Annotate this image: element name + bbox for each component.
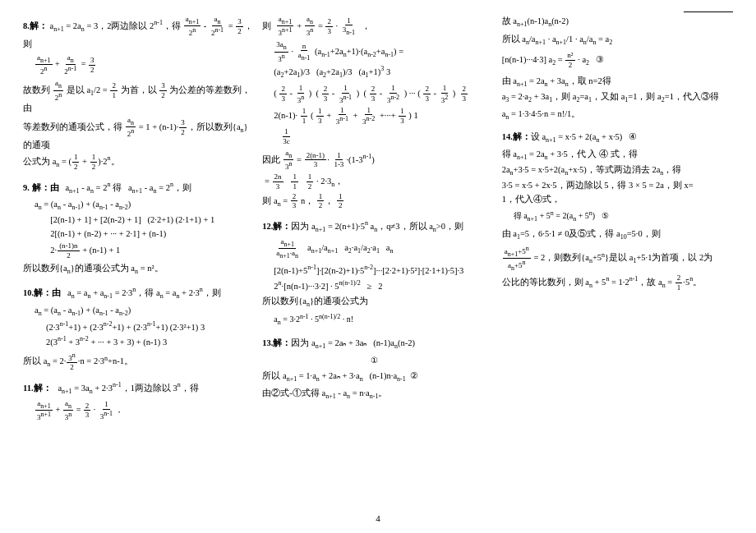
prob14-line2: 得 an+1 = 2an + 3·5，代 入 ④ 式，得 <box>502 148 733 163</box>
prob9-title: 9. 解：由 an+1 - an = 2n 得 an+1 - an = 2n，则 <box>23 180 254 196</box>
prob13-formula1: ① <box>274 354 493 367</box>
prob12-conclusion1: 所以数列{an}的通项公式为 <box>262 295 493 310</box>
p11c-formula: 3an3n · nan-1 (an-1+2an+1)·(an-2+an-1) =… <box>274 40 493 146</box>
right-column: 故 an+1(n-1)an(n-2) 所以 an/an+1 · an+1/1 ·… <box>502 15 733 430</box>
prob10-title: 10.解：由 an = an + an-1 = 2·3n，得 an = an +… <box>23 285 254 301</box>
p11f-conclusion: an = 1·3·4·5·n = n!/1。 <box>502 108 733 122</box>
prob13-conclusion: 由②式-①式得 an+1 - an = n·an-1。 <box>262 387 493 402</box>
prob11-title: 11.解： an+1 = 3an + 2·3n-1，1两边除以 3n，得 <box>23 380 254 397</box>
content-area: 8.解： an+1 = 2an = 3，2两边除以 2n-1，得 an+12n … <box>23 15 733 430</box>
prob8-line3: 等差数列的通项公式，得 an2n = 1 + (n-1)·32，所以数列{an}… <box>23 116 254 152</box>
middle-column: 则 an+13n+1 + an3n = 23 · 13n-1 ， 3an3n ·… <box>262 15 493 430</box>
problem-11-far: 故 an+1(n-1)an(n-2) 所以 an/an+1 · an+1/1 ·… <box>502 15 733 122</box>
problem-11: 11.解： an+1 = 3an + 2·3n-1，1两边除以 3n，得 an+… <box>23 380 254 422</box>
problem-12: 12.解：因为 an+1 = 2(n+1)·5n an，q≠3，所以 an>0，… <box>262 218 493 329</box>
prob12-conclusion2: an = 3·2n-1 · 5n(n-1)/2 · n! <box>274 312 493 329</box>
p11f-line1: 故 an+1(n-1)an(n-2) <box>502 15 733 30</box>
prob14-title: 14.解：设 an+1 = x·5 + 2(an + x·5) ④ <box>502 131 733 145</box>
prob9-conclusion: 所以数列{an}的通项公式为 an = n²。 <box>23 262 254 277</box>
p11f-line3: 由 an+1 = 2an + 3an，取 n=2得 <box>502 75 733 90</box>
page-number: 4 <box>376 513 380 523</box>
prob11-formula: an+13n+1 + an3n = 23 · 13n-1， <box>35 399 254 422</box>
p11c-conclusion3: 则 an = 23 n， 12， 12 <box>262 192 493 211</box>
p11c-conclusion2: = 2n3 11 12 · 2·3n， <box>262 172 493 191</box>
problem-9: 9. 解：由 an+1 - an = 2n 得 an+1 - an = 2n，则… <box>23 180 254 278</box>
p11f-formula: [n(n-1)···4·3] a2 = n²2 · a2 ③ <box>502 51 733 70</box>
prob12-title: 12.解：因为 an+1 = 2(n+1)·5n an，q≠3，所以 an>0，… <box>262 218 493 235</box>
problem-10: 10.解：由 an = an + an-1 = 2·3n，得 an = an +… <box>23 285 254 372</box>
problem-11-cont: 则 an+13n+1 + an3n = 23 · 13n-1 ， 3an3n ·… <box>262 15 493 210</box>
prob8-line4: 公式为 an = (12 + 12)·2n。 <box>23 153 254 172</box>
prob8-formula1: an+12n + an2n-1 = 32 <box>35 53 254 76</box>
prob14-line3: 2an+3·5 = x·5+2(an+x·5)，等式两边消去 2an，得 <box>502 163 733 178</box>
left-column: 8.解： an+1 = 2an = 3，2两边除以 2n-1，得 an+12n … <box>23 15 254 430</box>
page: 8.解： an+1 = 2an = 3，2两边除以 2n-1，得 an+12n … <box>0 0 756 533</box>
p11c-conclusion1: 因此 an3n = 2(n-1)3· 11-3·(1-3n-1) <box>262 149 493 172</box>
p11f-line4: a3 = 2·a2 + 3a1，则 a2=a1，又如 a1=1，则 a2=1，代… <box>502 90 733 105</box>
prob14-line4: 3·5 = x·5 + 2x·5，两边除以 5，得 3 × 5 = 2a，则 x… <box>502 179 733 192</box>
prob13-line2: 所以 an+1 = 1·an + 2aₙ + 3·an (n-1)n·an-1 … <box>262 370 493 384</box>
problem-8: 8.解： an+1 = 2an = 3，2两边除以 2n-1，得 an+12n … <box>23 15 254 172</box>
prob12-formula: an+1an+1·an an+1/an+1 a2·a1/a2·a1 an [2(… <box>274 237 493 292</box>
prob10-formula: an = (an - an-1) + (an-1 - an-2) (2·3n-1… <box>35 304 254 349</box>
prob10-conclusion: 所以 an = 2·3n2·n = 2·3n+n-1。 <box>23 352 254 373</box>
prob14-line7: an+1+5nan+5n = 2，则数列{an+5n}是以 a1+5·1为首项，… <box>502 245 733 273</box>
prob13-title: 13.解：因为 an+1 = 2aₙ + 3aₙ (n-1)an(n-2) <box>262 337 493 352</box>
prob14-conclusion: 公比的等比数列，则 an + 5n = 1·2n-1，故 an = 21·5n。 <box>502 273 733 292</box>
problem-13: 13.解：因为 an+1 = 2aₙ + 3aₙ (n-1)an(n-2) ① … <box>262 337 493 402</box>
top-rule <box>684 11 733 12</box>
prob14-formula: 得 an+1 + 5n = 2(an + 5n) ⑤ <box>514 209 733 225</box>
prob9-formula: an = (an - an-1) + (an-1 - an-2) [2(n-1)… <box>35 198 254 260</box>
prob14-line6: 由 a1=5，6·5·1 ≠ 0及⑤式，得 a10=5·0，则 <box>502 227 733 242</box>
prob8-title: 8.解： an+1 = 2an = 3，2两边除以 2n-1，得 an+12n … <box>23 15 254 51</box>
prob8-line2: 故数列 an2n 是以 a1/2 = 21 为首，以 32 为公差的等差数列，由 <box>23 79 254 115</box>
p11c-line1: 则 an+13n+1 + an3n = 23 · 13n-1 ， <box>262 15 493 38</box>
problem-14: 14.解：设 an+1 = x·5 + 2(an + x·5) ④ 得 an+1… <box>502 131 733 292</box>
prob14-line5: 1，代入④式， <box>502 193 733 206</box>
p11f-line2: 所以 an/an+1 · an+1/1 · an/an = a2 <box>502 33 733 48</box>
